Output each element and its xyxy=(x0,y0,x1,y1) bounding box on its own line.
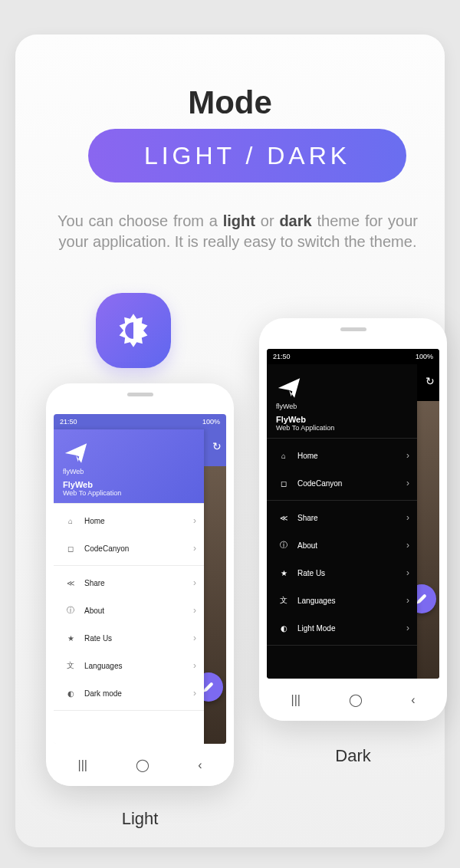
app-subtitle: Web To Application xyxy=(63,489,195,497)
menu-codecanyon[interactable]: ◻ CodeCanyon › xyxy=(267,469,417,497)
chevron-right-icon: › xyxy=(406,567,409,578)
phone-screen-light: 21:50 100% ↻ flyWeb FlyWeb Web To Applic… xyxy=(54,414,226,744)
chevron-right-icon: › xyxy=(193,605,196,616)
android-navbar: ||| ◯ ‹ xyxy=(54,744,226,786)
status-battery: 100% xyxy=(202,418,220,426)
menu-share[interactable]: ≪ Share › xyxy=(54,569,204,597)
app-name: FlyWeb xyxy=(63,480,195,489)
back-nav-icon[interactable]: ‹ xyxy=(411,693,415,707)
refresh-icon[interactable]: ↻ xyxy=(212,440,222,452)
cc-icon: ◻ xyxy=(61,544,80,553)
menu-group-2: ≪ Share › ⓘ About › ★ Rate Us › xyxy=(267,500,417,645)
caption-dark: Dark xyxy=(259,746,447,766)
menu-languages[interactable]: 文 Languages › xyxy=(54,652,204,679)
status-battery: 100% xyxy=(416,353,433,360)
nav-drawer: flyWeb FlyWeb Web To Application ⌂ Home … xyxy=(267,364,417,679)
menu-share[interactable]: ≪ Share › xyxy=(267,504,417,531)
app-bar: ↻ xyxy=(204,429,226,466)
content-behind: ↻ xyxy=(204,429,226,744)
info-icon: ⓘ xyxy=(274,540,293,551)
app-name: FlyWeb xyxy=(276,415,408,424)
chevron-right-icon: › xyxy=(193,660,196,671)
info-icon: ⓘ xyxy=(61,605,80,616)
nav-drawer: flyWeb FlyWeb Web To Application ⌂ Home … xyxy=(54,429,204,744)
photo-bg xyxy=(417,401,439,679)
theme-icon: ◐ xyxy=(274,624,293,633)
chevron-right-icon: › xyxy=(193,577,196,588)
android-navbar: ||| ◯ ‹ xyxy=(267,679,439,721)
drawer-header: flyWeb FlyWeb Web To Application xyxy=(267,364,417,438)
content-behind: ↻ xyxy=(417,364,439,679)
description: You can choose from a light or dark them… xyxy=(58,211,418,252)
chevron-right-icon: › xyxy=(406,512,409,523)
cc-icon: ◻ xyxy=(274,479,293,488)
back-nav-icon[interactable]: ‹ xyxy=(198,758,202,772)
app-bar: ↻ xyxy=(417,364,439,401)
status-time: 21:50 xyxy=(60,418,77,426)
menu-group-1: ⌂ Home › ◻ CodeCanyon › xyxy=(267,438,417,500)
refresh-icon[interactable]: ↻ xyxy=(426,375,435,387)
caption-light: Light xyxy=(46,809,234,829)
status-time: 21:50 xyxy=(273,353,291,360)
menu-home[interactable]: ⌂ Home › xyxy=(54,507,204,534)
menu-group-2: ≪ Share › ⓘ About › ★ Rate Us › xyxy=(54,565,204,710)
recent-apps-icon[interactable]: ||| xyxy=(291,693,301,707)
photo-bg xyxy=(204,466,226,744)
menu-codecanyon[interactable]: ◻ CodeCanyon › xyxy=(54,534,204,562)
chevron-right-icon: › xyxy=(193,633,196,643)
chevron-right-icon: › xyxy=(193,543,196,554)
star-icon: ★ xyxy=(274,569,293,577)
drawer-header: flyWeb FlyWeb Web To Application xyxy=(54,429,204,503)
logo-icon xyxy=(276,375,302,401)
chevron-right-icon: › xyxy=(406,623,409,633)
logo-icon xyxy=(63,440,89,466)
chevron-right-icon: › xyxy=(406,540,409,551)
star-icon: ★ xyxy=(61,634,80,643)
menu-rate[interactable]: ★ Rate Us › xyxy=(54,624,204,652)
status-bar: 21:50 100% xyxy=(54,414,226,429)
menu-about[interactable]: ⓘ About › xyxy=(267,531,417,559)
recent-apps-icon[interactable]: ||| xyxy=(78,758,87,772)
logo-text: flyWeb xyxy=(63,468,195,475)
theme-badge-icon xyxy=(96,293,171,368)
theme-icon: ◐ xyxy=(61,689,80,698)
chevron-right-icon: › xyxy=(193,515,196,526)
status-bar: 21:50 100% xyxy=(267,349,439,364)
chevron-right-icon: › xyxy=(406,478,409,488)
menu-theme-toggle[interactable]: ◐ Dark mode › xyxy=(54,679,204,707)
phone-screen-dark: 21:50 100% ↻ flyWeb FlyWeb Web To Applic… xyxy=(267,349,439,679)
chevron-right-icon: › xyxy=(406,595,409,606)
light-dark-pill: LIGHT / DARK xyxy=(88,129,406,182)
menu-group-3 xyxy=(267,645,417,665)
home-nav-icon[interactable]: ◯ xyxy=(349,692,363,707)
menu-rate[interactable]: ★ Rate Us › xyxy=(267,559,417,587)
chevron-right-icon: › xyxy=(193,688,196,699)
menu-theme-toggle[interactable]: ◐ Light Mode › xyxy=(267,614,417,642)
lang-icon: 文 xyxy=(274,595,293,606)
logo-text: flyWeb xyxy=(276,403,408,410)
menu-languages[interactable]: 文 Languages › xyxy=(267,587,417,614)
share-icon: ≪ xyxy=(274,514,293,522)
home-icon: ⌂ xyxy=(274,452,293,460)
lang-icon: 文 xyxy=(61,660,80,671)
home-icon: ⌂ xyxy=(61,517,80,525)
menu-group-1: ⌂ Home › ◻ CodeCanyon › xyxy=(54,503,204,565)
home-nav-icon[interactable]: ◯ xyxy=(136,758,150,772)
title: Mode xyxy=(15,84,445,121)
phone-notch xyxy=(340,327,366,331)
menu-home[interactable]: ⌂ Home › xyxy=(267,442,417,469)
phone-notch xyxy=(127,393,153,396)
phone-dark: 21:50 100% ↻ flyWeb FlyWeb Web To Applic… xyxy=(259,318,447,721)
app-subtitle: Web To Application xyxy=(276,424,408,432)
feature-card: Mode LIGHT / DARK You can choose from a … xyxy=(15,35,445,847)
menu-about[interactable]: ⓘ About › xyxy=(54,597,204,624)
menu-group-3 xyxy=(54,710,204,730)
phone-light: 21:50 100% ↻ flyWeb FlyWeb Web To Applic… xyxy=(46,383,234,786)
share-icon: ≪ xyxy=(61,579,80,587)
chevron-right-icon: › xyxy=(406,450,409,461)
